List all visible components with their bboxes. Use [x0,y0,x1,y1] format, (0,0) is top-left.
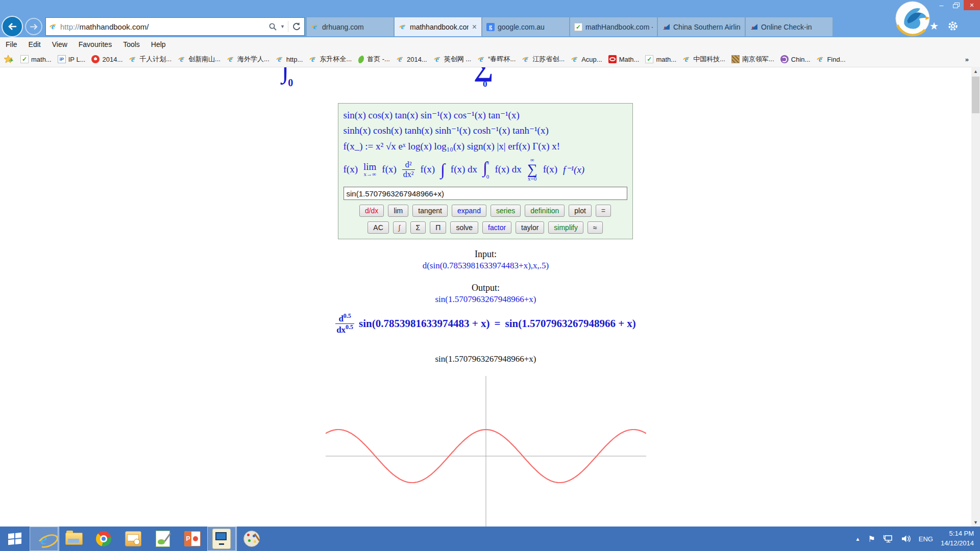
scrollbar-thumb[interactable] [972,77,979,113]
second-derivative-operator[interactable]: d²dx² [402,160,415,179]
menu-item[interactable]: View [46,40,73,48]
favorite-label: 创新南山... [188,55,220,64]
favorite-item[interactable]: IP L... [55,55,89,63]
favorite-item[interactable]: 英创网 ... [430,55,474,64]
calculus-operators-row[interactable]: f(x) limx→∞ f(x) d²dx² f(x) ∫ f(x) dx ∫π… [344,155,627,184]
math-action-button[interactable]: ∫ [393,221,406,234]
math-action-button[interactable]: taylor [516,221,544,234]
tray-expand-arrow[interactable]: ▲ [855,536,861,542]
menu-item[interactable]: Edit [23,40,46,48]
tab-close-icon[interactable]: × [472,22,477,32]
menu-item[interactable]: File [0,40,23,48]
favorite-item[interactable]: Acup... [568,55,605,63]
page-scrollbar[interactable]: ▲ ▼ [971,67,980,527]
clock[interactable]: 5:14 PM 14/12/2014 [941,529,974,548]
favorite-item[interactable]: 2014... [393,55,430,63]
close-button[interactable]: × [964,0,980,10]
math-action-button[interactable]: tangent [412,205,448,217]
inverse-function-token[interactable]: f⁻¹(x) [563,164,584,176]
taskbar-paint-button[interactable] [237,527,266,551]
math-action-button[interactable]: definition [525,205,565,217]
favorite-item[interactable]: math... [17,55,55,63]
fx-token[interactable]: f(x) [382,164,396,175]
restore-button[interactable] [949,0,964,10]
browser-tab[interactable]: google.com.au [482,17,570,36]
taskbar-powerpoint-button[interactable]: P [178,527,207,551]
hyperbolic-functions-row[interactable]: sinh(x) cosh(x) tanh(x) sinh⁻¹(x) cosh⁻¹… [344,123,627,138]
refresh-icon[interactable] [291,22,301,31]
math-action-button[interactable]: Π [430,221,446,234]
math-action-button[interactable]: AC [368,221,388,234]
browser-tab[interactable]: drhuang.com [306,17,394,36]
scrollbar-up-arrow[interactable]: ▲ [971,67,980,76]
math-action-button[interactable]: series [491,205,521,217]
favorite-item[interactable]: 中国科技... [679,55,728,64]
math-action-button[interactable]: Σ [410,221,426,234]
forward-button[interactable] [25,18,42,35]
browser-tab[interactable]: Online Check-in [745,17,833,36]
back-button[interactable] [2,16,23,37]
menu-item[interactable]: Favourites [73,40,117,48]
browser-tab[interactable]: mathhandbook.com × [394,17,482,36]
minimize-button[interactable]: – [934,0,949,10]
add-favorite-star-icon[interactable] [0,55,17,64]
favorite-item[interactable]: 江苏省创... [519,55,568,64]
favorite-item[interactable]: 海外学人... [224,55,273,64]
browser-tab[interactable]: mathHandbook.com -... [570,17,657,36]
favorite-item[interactable]: 东升杯全... [306,55,355,64]
language-indicator[interactable]: ENG [919,535,933,543]
taskbar-remote-viewer-button[interactable] [207,527,237,551]
fx-token[interactable]: f(x) [421,164,435,175]
action-center-flag-icon[interactable]: ⚑ [868,534,875,544]
favorites-overflow-chevron[interactable]: » [965,56,969,63]
start-button[interactable] [0,527,30,551]
expression-input[interactable] [344,187,627,200]
favorite-item[interactable]: 2014... [88,55,126,63]
taskbar-outlook-button[interactable] [118,527,148,551]
math-action-button[interactable]: plot [569,205,592,217]
taskbar-notepad-button[interactable] [148,527,178,551]
favorite-item[interactable]: Math... [605,55,643,63]
url-text[interactable]: http://mathhandbook.com/ [60,22,149,31]
taskbar-chrome-button[interactable] [89,527,118,551]
taskbar-explorer-button[interactable] [59,527,89,551]
favorite-item[interactable]: http... [273,55,306,63]
limit-operator[interactable]: limx→∞ [363,162,376,177]
math-action-button[interactable]: expand [452,205,486,217]
browser-tab[interactable]: China Southern Airline... [657,17,745,36]
favorite-item[interactable]: “春晖杯... [474,55,519,64]
address-bar[interactable]: http://mathhandbook.com/ ▼ [45,17,305,36]
definite-integral-operator[interactable]: ∫π0 [483,159,489,180]
favorite-item[interactable]: 南京领军... [728,55,777,64]
favorite-item[interactable]: 首页 -... [355,55,393,64]
fx-token[interactable]: f(x) [543,164,557,175]
settings-gear-icon[interactable] [947,20,959,32]
favorite-item[interactable]: Find... [813,55,848,63]
menu-item[interactable]: Tools [117,40,145,48]
math-action-button[interactable]: = [596,205,611,217]
favorite-item[interactable]: Chin... [777,55,814,63]
favorite-item[interactable]: math... [642,55,679,63]
output-expression[interactable]: sin(1.5707963267948966+x) [0,294,971,305]
math-action-button[interactable]: lim [388,205,408,217]
trig-functions-row[interactable]: sin(x) cos(x) tan(x) sin⁻¹(x) cos⁻¹(x) t… [344,108,627,123]
search-dropdown-caret[interactable]: ▼ [280,24,285,29]
summation-operator[interactable]: ∞∑x=0 [527,157,537,181]
taskbar-ie-button[interactable]: e [30,527,59,551]
math-action-button[interactable]: solve [450,221,478,234]
search-icon[interactable] [268,22,277,31]
math-action-button[interactable]: ≈ [587,221,603,234]
math-action-button[interactable]: d/dx [359,205,384,217]
indefinite-integral-operator[interactable]: ∫ [440,161,445,178]
volume-icon[interactable] [901,534,911,543]
math-action-button[interactable]: factor [482,221,511,234]
scrollbar-down-arrow[interactable]: ▼ [971,518,980,527]
misc-functions-row[interactable]: f(x_) := x² √x eˣ log(x) log₁₀(x) sign(x… [344,138,627,155]
menu-item[interactable]: Help [145,40,172,48]
network-icon[interactable] [883,534,893,543]
input-expression[interactable]: d(sin(0.7853981633974483+x),x,.5) [0,261,971,271]
math-action-button[interactable]: simplify [548,221,583,234]
favorite-item[interactable]: 创新南山... [175,55,224,64]
favorite-item[interactable]: 千人计划... [126,55,175,64]
fx-token[interactable]: f(x) [344,164,358,175]
